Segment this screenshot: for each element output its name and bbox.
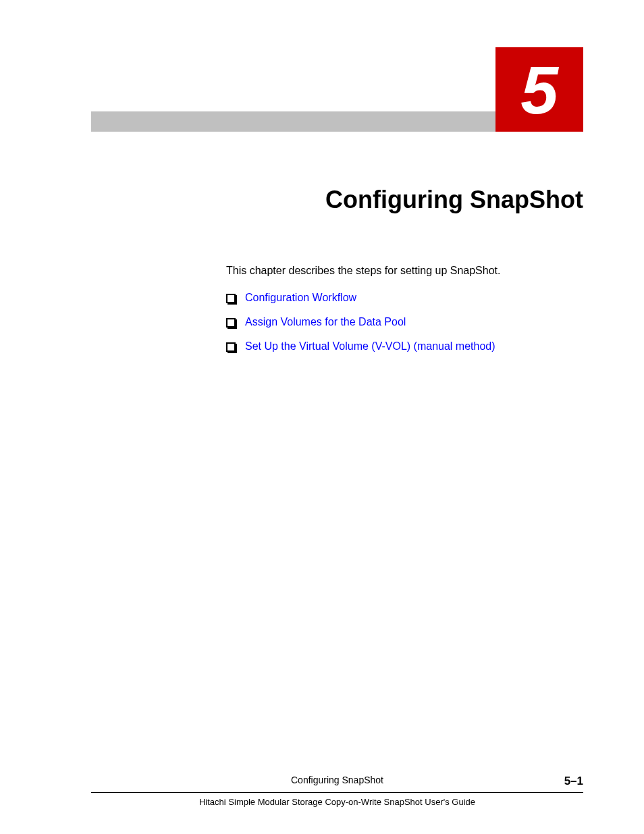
chapter-header: 5 bbox=[91, 47, 583, 135]
bullet-box-icon bbox=[226, 342, 236, 352]
toc-list: Configuration Workflow Assign Volumes fo… bbox=[226, 292, 583, 353]
bullet-box-icon bbox=[226, 294, 236, 303]
toc-link-setup-virtual-volume[interactable]: Set Up the Virtual Volume (V-VOL) (manua… bbox=[245, 340, 495, 353]
chapter-title: Configuring SnapShot bbox=[91, 186, 583, 214]
toc-item: Assign Volumes for the Data Pool bbox=[226, 316, 583, 328]
footer-guide-title: Hitachi Simple Modular Storage Copy-on-W… bbox=[91, 797, 583, 807]
toc-link-configuration-workflow[interactable]: Configuration Workflow bbox=[245, 292, 356, 304]
toc-item: Set Up the Virtual Volume (V-VOL) (manua… bbox=[226, 340, 583, 353]
page-footer: Configuring SnapShot 5–1 Hitachi Simple … bbox=[91, 775, 583, 807]
toc-link-assign-volumes[interactable]: Assign Volumes for the Data Pool bbox=[245, 316, 406, 328]
toc-item: Configuration Workflow bbox=[226, 292, 583, 304]
footer-top-row: Configuring SnapShot 5–1 bbox=[91, 775, 583, 793]
content-area: This chapter describes the steps for set… bbox=[91, 265, 583, 353]
chapter-number-box: 5 bbox=[495, 47, 583, 132]
intro-paragraph: This chapter describes the steps for set… bbox=[226, 265, 583, 277]
footer-page-number: 5–1 bbox=[564, 775, 583, 788]
bullet-box-icon bbox=[226, 318, 236, 328]
chapter-number: 5 bbox=[520, 56, 558, 124]
document-page: 5 Configuring SnapShot This chapter desc… bbox=[0, 0, 644, 834]
header-grey-bar bbox=[91, 111, 495, 132]
footer-section-title: Configuring SnapShot bbox=[91, 775, 583, 785]
